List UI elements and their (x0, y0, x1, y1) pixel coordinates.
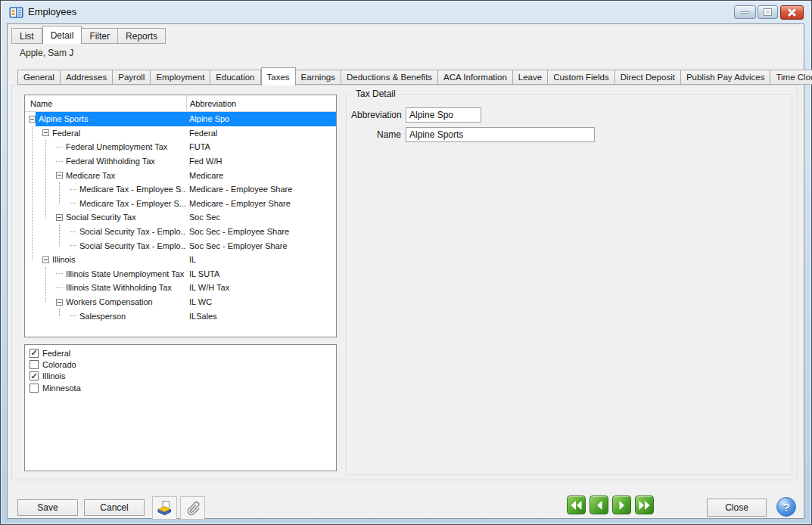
next-record-icon (618, 500, 626, 511)
print-button[interactable] (152, 496, 177, 520)
name-input[interactable] (406, 127, 595, 142)
tree-node-abbreviation: Medicare - Employee Share (186, 185, 336, 194)
tree-node-name: Federal Unemployment Tax (66, 142, 167, 151)
tab-payroll[interactable]: Payroll (113, 70, 151, 85)
tab-label: Deductions & Benefits (347, 73, 432, 82)
tree-row-name-cell: Social Security Tax (25, 210, 186, 225)
tree-expander-icon[interactable] (56, 172, 63, 179)
tree-row[interactable]: Federal Withholding TaxFed W/H (25, 154, 336, 169)
tab-custom-fields[interactable]: Custom Fields (548, 70, 615, 85)
nav-next-button[interactable] (612, 495, 631, 514)
abbreviation-label: Abbreviation (351, 110, 401, 120)
tree-row[interactable]: Workers CompensationIL WC (25, 295, 336, 309)
tree-node-abbreviation: Medicare - Employer Share (186, 199, 336, 208)
tree-node-name: Social Security Tax - Emplo... (79, 227, 186, 236)
tree-row[interactable]: Social Security Tax - Emplo...Soc Sec - … (25, 238, 336, 253)
tab-leave[interactable]: Leave (513, 70, 548, 85)
tab-label: Time Clock (776, 73, 812, 82)
minimize-button[interactable] (734, 5, 756, 19)
print-icon (156, 499, 173, 517)
check-icon: ✓ (30, 349, 37, 357)
jurisdiction-item-federal[interactable]: ✓Federal (25, 347, 336, 359)
tab-label: Direct Deposit (621, 73, 675, 82)
tab-detail[interactable]: Detail (42, 26, 82, 44)
name-field-row: Name (351, 127, 595, 142)
tree-node-name: Alpine Sports (39, 114, 88, 123)
checkbox-unchecked[interactable] (30, 360, 39, 369)
tab-direct-deposit[interactable]: Direct Deposit (615, 70, 681, 85)
tree-row[interactable]: Medicare Tax - Employer S...Medicare - E… (25, 197, 336, 211)
tab-list[interactable]: List (11, 28, 42, 44)
jurisdiction-item-colorado[interactable]: Colorado (25, 359, 336, 370)
nav-last-button[interactable] (635, 495, 654, 514)
tree-row[interactable]: Social Security Tax - Emplo...Soc Sec - … (25, 225, 336, 239)
jurisdiction-item-illinois[interactable]: ✓Illinois (25, 371, 336, 382)
tab-reports[interactable]: Reports (118, 28, 166, 44)
checkbox-checked[interactable]: ✓ (30, 349, 39, 358)
cancel-button[interactable]: Cancel (84, 499, 145, 516)
tree-row-name-cell: Medicare Tax - Employer S... (25, 197, 186, 211)
tree-node-abbreviation: FUTA (186, 142, 336, 151)
tree-row[interactable]: IllinoisIL (25, 253, 336, 267)
tree-row-name-cell: Salesperson (25, 309, 186, 323)
tree-row[interactable]: SalespersonILSales (25, 309, 336, 323)
tree-row-name-cell: Medicare Tax - Employee S... (25, 182, 186, 197)
tree-row[interactable]: Social Security TaxSoc Sec (25, 210, 336, 225)
maximize-icon (764, 9, 771, 15)
tree-node-abbreviation: Soc Sec - Employee Share (186, 227, 336, 236)
tree-branch-line (56, 273, 63, 274)
close-button[interactable]: Close (707, 499, 767, 517)
jurisdiction-list-panel: ✓FederalColorado✓IllinoisMinnesota (24, 344, 337, 471)
save-button[interactable]: Save (17, 499, 78, 516)
tree-branch-line (70, 203, 76, 203)
previous-record-icon (596, 500, 603, 511)
tree-branch-line (56, 147, 63, 148)
attachment-button[interactable] (180, 496, 205, 520)
tree-expander-icon[interactable] (56, 299, 63, 306)
jurisdiction-item-minnesota[interactable]: Minnesota (25, 382, 336, 393)
tree-row[interactable]: Medicare TaxMedicare (25, 168, 336, 182)
tab-employment[interactable]: Employment (151, 70, 210, 85)
tab-general[interactable]: General (17, 70, 61, 85)
tab-earnings[interactable]: Earnings (296, 70, 341, 85)
maximize-button[interactable] (758, 5, 778, 19)
tree-expander-icon[interactable] (56, 214, 63, 221)
tree-row-name-cell: Social Security Tax - Emplo... (25, 238, 186, 253)
tab-aca-information[interactable]: ACA Information (438, 70, 513, 85)
tree-row[interactable]: Illinois State Withholding TaxIL W/H Tax (25, 281, 336, 295)
tab-taxes[interactable]: Taxes (261, 67, 296, 85)
help-button[interactable]: ? (776, 497, 796, 517)
tab-label: Employment (156, 73, 204, 82)
close-button-label: Close (725, 502, 748, 513)
tree-node-name: Salesperson (79, 312, 126, 321)
tree-node-abbreviation: Federal (186, 129, 336, 138)
tree-node-abbreviation: Soc Sec (186, 213, 336, 222)
column-header-abbreviation[interactable]: Abbreviation (186, 95, 336, 111)
tree-row[interactable]: Illinois State Unemployment TaxIL SUTA (25, 267, 336, 281)
tab-deductions-benefits[interactable]: Deductions & Benefits (341, 70, 438, 85)
tree-node-abbreviation: Medicare (186, 171, 336, 180)
nav-previous-button[interactable] (590, 495, 608, 514)
tree-row-name-cell: Federal Unemployment Tax (25, 140, 186, 154)
tree-expander-icon[interactable] (42, 256, 49, 263)
close-window-button[interactable] (780, 5, 804, 20)
tree-expander-icon[interactable] (29, 116, 36, 123)
tab-publish-pay-advices[interactable]: Publish Pay Advices (681, 70, 771, 85)
name-label: Name (351, 129, 401, 140)
tab-filter[interactable]: Filter (82, 28, 118, 44)
tree-row[interactable]: Federal Unemployment TaxFUTA (25, 140, 336, 154)
checkbox-checked[interactable]: ✓ (30, 371, 39, 381)
tree-row[interactable]: Alpine SportsAlpine Spo (25, 112, 336, 126)
abbreviation-input[interactable] (406, 107, 481, 123)
tab-time-clock[interactable]: Time Clock (770, 70, 812, 85)
tree-row[interactable]: Medicare Tax - Employee S...Medicare - E… (25, 182, 336, 197)
column-header-name[interactable]: Name (25, 99, 186, 108)
tree-node-abbreviation: IL WC (186, 297, 336, 306)
tab-education[interactable]: Education (210, 70, 260, 85)
tab-addresses[interactable]: Addresses (61, 70, 113, 85)
checkbox-unchecked[interactable] (30, 384, 39, 393)
tree-branch-line (70, 245, 76, 246)
nav-first-button[interactable] (567, 495, 586, 514)
tree-row[interactable]: FederalFederal (25, 126, 336, 141)
tree-expander-icon[interactable] (42, 129, 49, 136)
